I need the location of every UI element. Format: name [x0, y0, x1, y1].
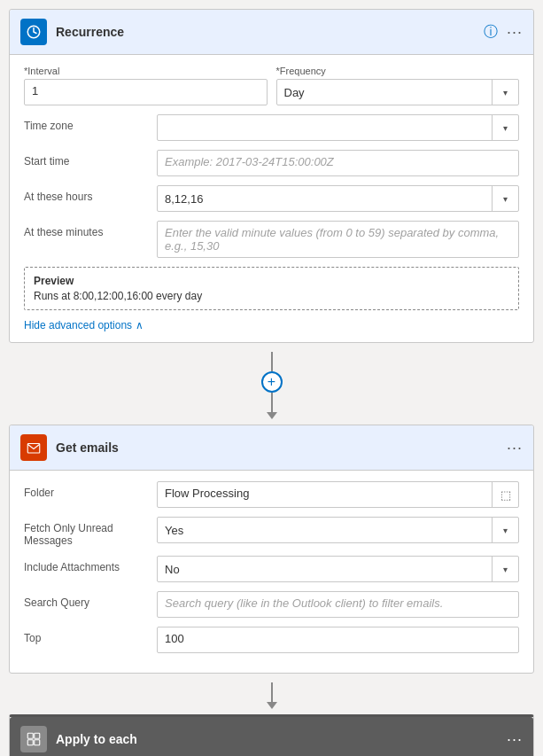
start-time-input-wrapper: Example: 2017-03-24T15:00:00Z [157, 150, 519, 176]
frequency-value: Day [277, 82, 493, 104]
timezone-input-wrapper: ▾ [157, 114, 519, 141]
svg-rect-4 [27, 740, 33, 745]
recurrence-menu-dots[interactable]: ··· [507, 23, 523, 42]
at-hours-value: 8,12,16 [158, 188, 492, 210]
at-hours-chevron[interactable]: ▾ [492, 186, 518, 211]
timezone-label: Time zone [24, 114, 148, 132]
timezone-dropdown[interactable]: ▾ [157, 114, 519, 141]
arrow-head [267, 702, 277, 709]
svg-rect-1 [27, 444, 40, 454]
arrow-line [271, 682, 273, 702]
at-hours-input-wrapper: 8,12,16 ▾ [157, 185, 519, 212]
top-label: Top [24, 627, 148, 644]
apply-each-icon [20, 726, 47, 752]
apply-each-menu-dots[interactable]: ··· [507, 730, 523, 749]
folder-browse-icon[interactable]: ⬚ [492, 482, 518, 507]
get-emails-body: Folder Flow Processing ⬚ Fetch Only Unre… [10, 471, 533, 673]
svg-rect-2 [27, 733, 33, 738]
search-query-input-wrapper: Search query (like in the Outlook client… [157, 591, 519, 618]
folder-value: Flow Processing [158, 482, 492, 507]
interval-freq-row: *Interval 1 *Frequency Day ▾ [24, 66, 519, 105]
interval-label: *Interval [24, 66, 268, 76]
timezone-row: Time zone ▾ [24, 114, 519, 141]
connector-arrow-wrapper [9, 677, 534, 714]
connector-line-top [271, 352, 273, 371]
include-attachments-value: No [158, 558, 492, 581]
recurrence-card: Recurrence ⓘ ··· *Interval 1 *Frequency … [9, 9, 534, 343]
include-attachments-input-wrapper: No ▾ [157, 556, 519, 582]
at-hours-row: At these hours 8,12,16 ▾ [24, 185, 519, 212]
hide-advanced-chevron: ∧ [136, 319, 144, 331]
interval-input[interactable]: 1 [24, 79, 268, 105]
get-emails-title: Get emails [56, 440, 498, 455]
recurrence-icon [20, 19, 47, 45]
connector-line-bottom [271, 393, 273, 412]
timezone-value [158, 123, 492, 132]
get-emails-menu-dots[interactable]: ··· [507, 439, 523, 457]
folder-row: Folder Flow Processing ⬚ [24, 481, 519, 508]
fetch-unread-row: Fetch Only Unread Messages Yes ▾ [24, 517, 519, 547]
fetch-unread-dropdown[interactable]: Yes ▾ [157, 517, 519, 543]
connector-arrow [267, 682, 277, 709]
folder-input-wrapper: Flow Processing ⬚ [157, 481, 519, 508]
search-query-label: Search Query [24, 591, 148, 609]
svg-rect-3 [35, 733, 40, 738]
hide-advanced-label: Hide advanced options [24, 319, 132, 331]
at-minutes-input-wrapper: Enter the valid minute values (from 0 to… [157, 221, 519, 258]
frequency-label: *Frequency [276, 66, 520, 76]
preview-title: Preview [34, 275, 509, 287]
recurrence-body: *Interval 1 *Frequency Day ▾ Time zone ▾ [10, 55, 533, 342]
recurrence-title: Recurrence [56, 25, 475, 39]
at-hours-dropdown[interactable]: 8,12,16 ▾ [157, 185, 519, 212]
frequency-dropdown[interactable]: Day ▾ [276, 79, 520, 105]
search-query-row: Search Query Search query (like in the O… [24, 591, 519, 618]
get-emails-card: Get emails ··· Folder Flow Processing ⬚ … [9, 425, 534, 674]
info-icon[interactable]: ⓘ [484, 23, 498, 42]
get-emails-icon [20, 434, 47, 461]
folder-label: Folder [24, 481, 148, 499]
fetch-unread-value: Yes [158, 519, 492, 542]
frequency-chevron[interactable]: ▾ [492, 80, 518, 105]
apply-each-title: Apply to each [56, 732, 498, 746]
at-minutes-row: At these minutes Enter the valid minute … [24, 221, 519, 258]
preview-box: Preview Runs at 8:00,12:00,16:00 every d… [24, 267, 519, 310]
include-attachments-dropdown[interactable]: No ▾ [157, 556, 519, 582]
apply-each-card: Apply to each ··· **Select an output fro… [9, 714, 534, 756]
apply-each-header: Apply to each ··· [10, 717, 533, 756]
svg-rect-5 [35, 740, 40, 745]
include-attachments-label: Include Attachments [24, 556, 148, 573]
search-query-input[interactable]: Search query (like in the Outlook client… [157, 591, 519, 618]
connector-arrow-head [267, 412, 277, 419]
at-minutes-label: At these minutes [24, 221, 148, 238]
timezone-chevron[interactable]: ▾ [492, 115, 518, 140]
preview-text: Runs at 8:00,12:00,16:00 every day [34, 290, 509, 302]
include-attachments-row: Include Attachments No ▾ [24, 556, 519, 582]
get-emails-header: Get emails ··· [10, 425, 533, 471]
interval-group: *Interval 1 [24, 66, 268, 105]
add-step-button[interactable]: + [261, 371, 283, 393]
connector-plus-wrapper: + [9, 347, 534, 425]
hide-advanced-toggle[interactable]: Hide advanced options ∧ [24, 319, 519, 331]
at-hours-label: At these hours [24, 185, 148, 203]
fetch-unread-chevron[interactable]: ▾ [492, 518, 518, 542]
top-input-wrapper: 100 [157, 627, 519, 653]
top-row: Top 100 [24, 627, 519, 653]
fetch-unread-label: Fetch Only Unread Messages [24, 517, 148, 547]
recurrence-header: Recurrence ⓘ ··· [10, 10, 533, 55]
include-attachments-chevron[interactable]: ▾ [492, 557, 518, 581]
at-minutes-input[interactable]: Enter the valid minute values (from 0 to… [157, 221, 519, 258]
frequency-group: *Frequency Day ▾ [276, 66, 520, 105]
fetch-unread-input-wrapper: Yes ▾ [157, 517, 519, 543]
folder-input-box[interactable]: Flow Processing ⬚ [157, 481, 519, 508]
start-time-label: Start time [24, 150, 148, 168]
top-input[interactable]: 100 [157, 627, 519, 653]
start-time-input[interactable]: Example: 2017-03-24T15:00:00Z [157, 150, 519, 176]
start-time-row: Start time Example: 2017-03-24T15:00:00Z [24, 150, 519, 176]
